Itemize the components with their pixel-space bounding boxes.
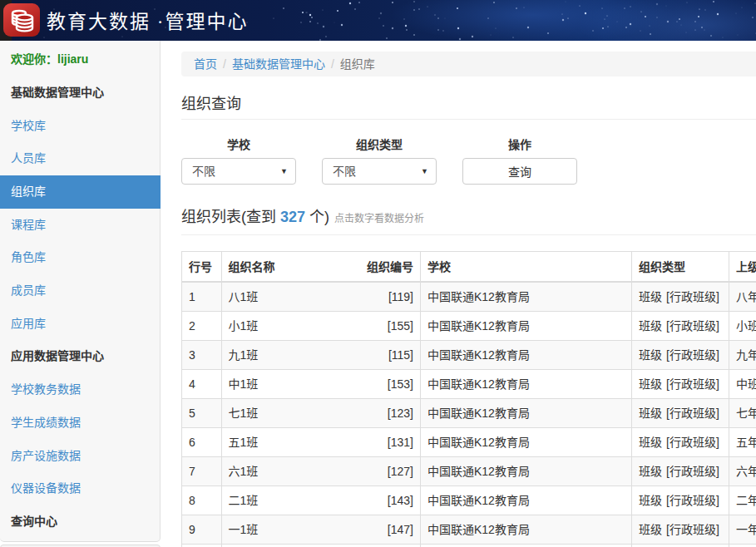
- cell-org-type: 班级[行政班级]: [632, 399, 729, 428]
- search-button[interactable]: 查询: [462, 158, 577, 185]
- sidebar-item-4[interactable]: 组织库: [0, 175, 161, 209]
- cell-row-no: 5: [182, 399, 222, 428]
- cell-name-code: 小1班[155]: [221, 312, 421, 341]
- sidebar-item-13[interactable]: 仪器设备数据: [0, 472, 160, 505]
- query-form: 学校 不限 ▼ 组织类型 不限 ▼ 操作 查询: [181, 136, 756, 185]
- sidebar-item-5[interactable]: 课程库: [0, 209, 160, 242]
- org-name: 小1班: [229, 318, 259, 334]
- org-name: 九1班: [229, 347, 259, 363]
- cell-parent: 五年级: [729, 428, 756, 457]
- cell-parent: 八年级: [729, 282, 756, 312]
- cell-parent: 二年级: [729, 486, 756, 515]
- org-table: 行号 组织名称组织编号 学校 组织类型 上级组织 1八1班[119]中国联通K1…: [181, 251, 756, 547]
- brand-title: 教育大数据 ·管理中心: [47, 6, 248, 34]
- school-select[interactable]: 不限: [181, 158, 296, 185]
- breadcrumb: 首页基础数据管理中心组织库: [181, 52, 756, 76]
- breadcrumb-link[interactable]: 基础数据管理中心: [232, 57, 325, 71]
- cell-school: 中国联通K12教育局: [421, 428, 632, 457]
- org-code: [143]: [388, 492, 413, 509]
- cell-row-no: 1: [182, 282, 222, 312]
- col-header-org-code: 组织编号: [367, 259, 413, 275]
- cell-name-code: 九1班[115]: [221, 341, 421, 370]
- cell-parent: 一年级: [729, 515, 756, 545]
- org-type: 班级: [639, 377, 662, 391]
- cell-org-type: 班级[行政班级]: [632, 428, 729, 457]
- table-row: 8二1班[143]中国联通K12教育局班级[行政班级]二年级: [182, 486, 756, 515]
- table-row-partial: [182, 545, 756, 547]
- sidebar-item-7[interactable]: 成员库: [0, 274, 160, 308]
- sidebar: 欢迎你：lijiaru基础数据管理中心学校库人员库组织库课程库角色库成员库应用库…: [0, 41, 161, 542]
- org-code: [123]: [388, 405, 413, 421]
- sidebar-item-2[interactable]: 学校库: [0, 110, 160, 143]
- org-type: 班级: [639, 523, 662, 536]
- sidebar-menu: 欢迎你：lijiaru基础数据管理中心学校库人员库组织库课程库角色库成员库应用库…: [0, 41, 160, 539]
- table-row: 1八1班[119]中国联通K12教育局班级[行政班级]八年级: [182, 282, 756, 312]
- result-count[interactable]: 327: [280, 209, 305, 225]
- list-title-hint: 点击数字看数据分析: [334, 213, 424, 224]
- org-code: [155]: [388, 318, 413, 334]
- sidebar-item-6[interactable]: 角色库: [0, 241, 160, 274]
- app-header: 教育大数据 ·管理中心: [0, 0, 756, 40]
- list-title-suffix: 个): [305, 209, 329, 225]
- cell-org-type: 班级[行政班级]: [632, 312, 729, 341]
- cell-row-no: 6: [182, 428, 222, 457]
- sidebar-item-12[interactable]: 房产设施数据: [0, 440, 160, 473]
- col-header-parent: 上级组织: [729, 252, 756, 283]
- sidebar-item-10[interactable]: 学校教务数据: [0, 373, 160, 407]
- cell-name-code: 八1班[119]: [221, 282, 421, 312]
- org-type: 班级: [639, 494, 662, 507]
- table-row: 9一1班[147]中国联通K12教育局班级[行政班级]一年级: [182, 515, 756, 545]
- org-code: [147]: [388, 521, 413, 538]
- cell-row-no: 9: [182, 515, 222, 545]
- org-type-select[interactable]: 不限: [322, 158, 437, 185]
- org-name: 五1班: [229, 434, 259, 451]
- sidebar-item-3[interactable]: 人员库: [0, 142, 160, 175]
- sidebar-item-8[interactable]: 应用库: [0, 308, 160, 341]
- cell-name-code: 六1班[127]: [221, 457, 421, 486]
- table-row: 7六1班[127]中国联通K12教育局班级[行政班级]六年级: [182, 457, 756, 486]
- action-field-group: 操作 查询: [462, 136, 577, 185]
- cell-row-no: 8: [182, 486, 222, 515]
- org-type-code: [行政班级]: [666, 377, 719, 391]
- org-name: 二1班: [229, 492, 259, 509]
- col-header-org-type: 组织类型: [632, 252, 729, 283]
- school-label: 学校: [181, 136, 296, 153]
- org-code: [153]: [388, 376, 413, 392]
- org-name: 中1班: [229, 376, 259, 392]
- cell-empty: [421, 545, 632, 547]
- cell-parent: 七年级: [729, 399, 756, 428]
- divider: [181, 234, 756, 235]
- breadcrumb-item: 基础数据管理中心: [217, 56, 325, 72]
- cell-parent: 中班: [729, 370, 756, 399]
- sidebar-item-11[interactable]: 学生成绩数据: [0, 407, 160, 440]
- org-type-code: [行政班级]: [666, 436, 719, 449]
- action-label: 操作: [462, 136, 577, 153]
- breadcrumb-item: 组织库: [325, 56, 375, 72]
- table-row: 3九1班[115]中国联通K12教育局班级[行政班级]九年级: [182, 341, 756, 370]
- org-name: 八1班: [229, 288, 259, 305]
- col-header-name-code: 组织名称组织编号: [221, 252, 421, 283]
- org-type-code: [行政班级]: [666, 465, 719, 478]
- cell-school: 中国联通K12教育局: [421, 486, 632, 515]
- database-stack-icon[interactable]: [3, 3, 40, 37]
- breadcrumb-link[interactable]: 首页: [194, 57, 217, 71]
- cell-row-no: 7: [182, 457, 222, 486]
- sidebar-item-1[interactable]: 基础数据管理中心: [0, 76, 160, 110]
- cell-org-type: 班级[行政班级]: [632, 370, 729, 399]
- cell-org-type: 班级[行政班级]: [632, 515, 729, 545]
- org-name: 一1班: [229, 521, 259, 538]
- cell-parent: 九年级: [729, 341, 756, 370]
- org-type: 班级: [639, 407, 662, 420]
- org-name: 七1班: [229, 405, 259, 421]
- cell-org-type: 班级[行政班级]: [632, 457, 729, 486]
- table-row: 2小1班[155]中国联通K12教育局班级[行政班级]小班: [182, 312, 756, 341]
- sidebar-item-14[interactable]: 查询中心: [0, 505, 160, 539]
- cell-school: 中国联通K12教育局: [421, 457, 632, 486]
- table-header-row: 行号 组织名称组织编号 学校 组织类型 上级组织: [182, 252, 756, 283]
- sidebar-item-9[interactable]: 应用数据管理中心: [0, 340, 160, 373]
- main-content: 首页基础数据管理中心组织库 组织查询 学校 不限 ▼ 组织类型 不限 ▼ 操作 …: [181, 41, 756, 547]
- col-header-org-name: 组织名称: [229, 259, 275, 275]
- cell-empty: [632, 545, 729, 547]
- sidebar-item-welcome: 欢迎你：lijiaru: [0, 43, 160, 76]
- org-type-label: 组织类型: [322, 136, 437, 153]
